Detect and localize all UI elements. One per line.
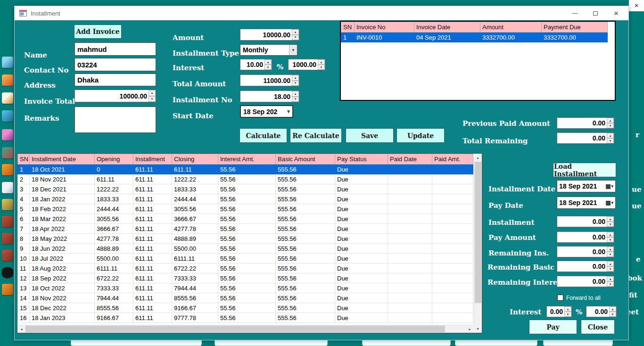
spin-down-icon[interactable]: ▼ <box>292 35 299 41</box>
column-header[interactable]: Opening <box>95 154 133 165</box>
update-button[interactable]: Update <box>397 129 444 142</box>
spin-up-icon[interactable]: ▲ <box>318 59 325 65</box>
spin-down-icon[interactable]: ▼ <box>292 81 299 86</box>
pay-interest-percent-input[interactable]: 0.00 ▲▼ <box>546 306 572 317</box>
spin-down-icon[interactable]: ▼ <box>149 96 156 102</box>
spin-up-icon[interactable]: ▲ <box>292 29 299 35</box>
column-header[interactable]: Interest Amt. <box>218 154 276 165</box>
table-cell[interactable] <box>432 224 473 234</box>
table-row[interactable]: 318 Dec 20211222.22611.111833.3355.56555… <box>18 184 473 194</box>
table-cell[interactable]: 6 <box>18 214 30 224</box>
table-cell[interactable]: 9777.78 <box>172 313 218 323</box>
table-cell[interactable]: 555.56 <box>276 293 335 303</box>
table-cell[interactable]: 55.56 <box>218 165 276 174</box>
spin-up-icon[interactable]: ▲ <box>607 216 614 222</box>
table-cell[interactable]: Due <box>335 303 388 313</box>
spin-up-icon[interactable]: ▲ <box>149 90 156 96</box>
table-cell[interactable]: 55.56 <box>218 204 276 214</box>
table-cell[interactable]: 4277.78 <box>172 224 218 234</box>
table-cell[interactable]: 55.56 <box>218 244 276 254</box>
column-header[interactable]: Paid Date <box>388 154 432 165</box>
pay-interest-amount-input[interactable]: 0.00 ▲▼ <box>586 306 617 317</box>
upload-arrow-icon[interactable] <box>2 284 13 295</box>
table-cell[interactable]: 16 <box>18 313 30 323</box>
spin-down-icon[interactable]: ▼ <box>607 237 614 242</box>
spin-down-icon[interactable]: ▼ <box>318 65 325 70</box>
column-header[interactable]: Installment Date <box>30 154 95 165</box>
table-cell[interactable] <box>388 264 432 273</box>
column-header[interactable]: SN <box>341 22 355 33</box>
table-cell[interactable]: Due <box>335 313 388 323</box>
table-cell[interactable]: 8555.56 <box>172 293 218 303</box>
forward-to-all-checkbox[interactable] <box>557 295 563 301</box>
pay-button[interactable]: Pay <box>529 320 577 334</box>
column-header[interactable]: Payment Due <box>542 22 608 33</box>
invoice-total-input[interactable]: 10000.00 ▲▼ <box>74 90 156 102</box>
spin-down-icon[interactable]: ▼ <box>564 312 571 317</box>
spin-down-icon[interactable]: ▼ <box>607 266 614 272</box>
save-button[interactable]: Save <box>346 129 393 142</box>
spin-up-icon[interactable]: ▲ <box>607 133 614 138</box>
calendar-icon[interactable]: ▦ <box>605 183 611 189</box>
table-cell[interactable]: 611.11 <box>133 273 172 283</box>
table-cell[interactable]: 3666.67 <box>95 224 133 234</box>
spin-up-icon[interactable]: ▲ <box>609 306 616 312</box>
table-cell[interactable]: Due <box>335 194 388 204</box>
table-cell[interactable]: 5 <box>18 204 30 214</box>
spin-down-icon[interactable]: ▼ <box>607 222 614 227</box>
table-cell[interactable]: 5500.00 <box>172 244 218 254</box>
column-header[interactable]: Pay Status <box>335 154 388 165</box>
table-cell[interactable] <box>388 254 432 264</box>
table-cell[interactable]: 555.56 <box>276 244 335 254</box>
maximize-button[interactable] <box>585 6 606 20</box>
table-cell[interactable]: 55.56 <box>218 174 276 184</box>
column-header[interactable]: Closing <box>172 154 218 165</box>
spin-up-icon[interactable]: ▲ <box>564 306 571 312</box>
table-cell[interactable]: 611.11 <box>133 283 172 293</box>
desktop-shortcut-icon[interactable] <box>2 199 13 210</box>
table-cell[interactable]: 611.11 <box>133 264 172 273</box>
table-cell[interactable]: 611.11 <box>133 293 172 303</box>
table-cell[interactable]: 3055.56 <box>172 204 218 214</box>
database-icon[interactable] <box>2 267 13 278</box>
table-cell[interactable]: 611.11 <box>133 254 172 264</box>
desktop-shortcut-icon[interactable] <box>2 129 13 140</box>
installment-type-select[interactable]: Monthly ▼ <box>240 44 297 56</box>
table-cell[interactable]: 0 <box>95 165 133 174</box>
table-cell[interactable]: 611.11 <box>133 214 172 224</box>
table-cell[interactable]: 18 Mar 2022 <box>30 214 95 224</box>
table-cell[interactable]: 18 Oct 2022 <box>30 283 95 293</box>
table-row[interactable]: 718 Apr 20223666.67611.114277.7855.56555… <box>18 224 473 234</box>
table-cell[interactable]: 611.11 <box>133 234 172 244</box>
spin-down-icon[interactable]: ▼ <box>607 123 614 128</box>
table-cell[interactable]: 9 <box>18 244 30 254</box>
table-cell[interactable]: Due <box>335 214 388 224</box>
table-row[interactable]: 918 Jun 20224888.89611.115500.0055.56555… <box>18 244 473 254</box>
table-cell[interactable]: 1 <box>18 165 30 174</box>
table-cell[interactable]: 18 Nov 2021 <box>30 174 95 184</box>
table-cell[interactable]: 13 <box>18 283 30 293</box>
table-cell[interactable]: 7944.44 <box>172 283 218 293</box>
remaining-interest-input[interactable]: 0.00 ▲▼ <box>557 276 614 287</box>
table-row[interactable]: 418 Jan 20221833.33611.112444.4455.56555… <box>18 194 473 204</box>
table-cell[interactable] <box>432 313 473 323</box>
table-cell[interactable]: 555.56 <box>276 214 335 224</box>
pay-amount-input[interactable]: 0.00 ▲▼ <box>557 231 614 243</box>
table-cell[interactable]: Due <box>335 264 388 273</box>
table-cell[interactable]: 6111.11 <box>172 254 218 264</box>
table-cell[interactable]: 55.56 <box>218 214 276 224</box>
table-cell[interactable]: 1833.33 <box>95 194 133 204</box>
spin-up-icon[interactable]: ▲ <box>607 247 614 252</box>
scroll-up-icon[interactable]: ▲ <box>474 154 482 162</box>
spin-down-icon[interactable]: ▼ <box>607 281 614 287</box>
desktop-shortcut-icon[interactable] <box>2 182 13 193</box>
amount-input[interactable]: 10000.00 ▲▼ <box>240 29 299 41</box>
horizontal-scrollbar[interactable]: ◄ ► <box>17 325 474 333</box>
calculate-button[interactable]: Calculate <box>240 129 287 142</box>
table-cell[interactable]: 6722.22 <box>172 264 218 273</box>
table-cell[interactable]: 555.56 <box>276 254 335 264</box>
close-button[interactable]: Close <box>581 320 614 334</box>
table-cell[interactable]: 2 <box>18 174 30 184</box>
calendar-icon[interactable]: ▦ <box>605 199 611 206</box>
table-cell[interactable]: Due <box>335 174 388 184</box>
